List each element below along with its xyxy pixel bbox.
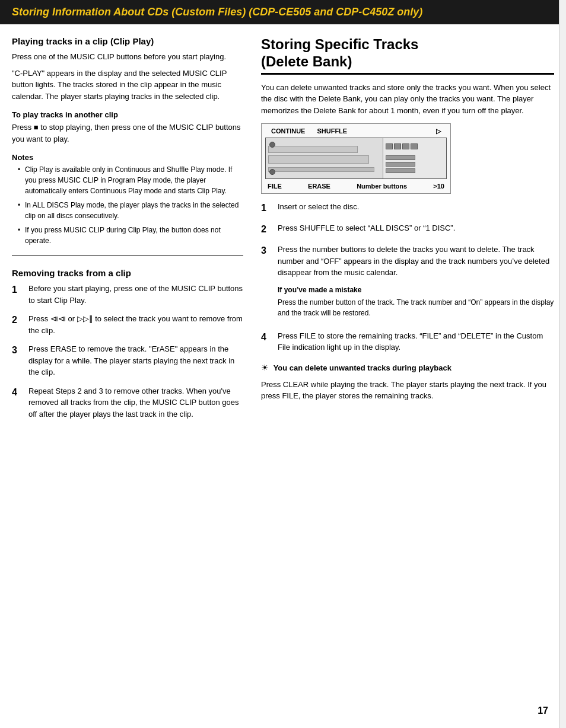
if-mistake-box: If you’ve made a mistake Press the numbe… — [278, 285, 554, 318]
cd-circle-indicator — [269, 142, 275, 148]
cd-right-rects — [386, 155, 444, 173]
if-mistake-text: Press the number button of the track. Th… — [278, 297, 554, 318]
delete-step-3: 3 Press the number buttons to delete the… — [261, 244, 554, 323]
delete-step-1: 1 Insert or select the disc. — [261, 201, 554, 215]
delete-bank-steps: 1 Insert or select the disc. 2 Press SHU… — [261, 201, 554, 353]
tip-heading: You can delete unwanted tracks during pl… — [274, 363, 451, 372]
removing-tracks-title: Removing tracks from a clip — [12, 268, 243, 278]
diagram-bottom-labels: FILE ERASE Number buttons >10 — [265, 183, 447, 190]
cd-btn-3 — [402, 143, 409, 149]
label-erase: ERASE — [308, 183, 330, 190]
removing-steps-list: 1 Before you start playing, press one of… — [12, 283, 243, 420]
delete-bank-intro: You can delete unwanted tracks and store… — [261, 82, 554, 117]
cd-player-diagram: CONTINUE SHUFFLE ▷ — [261, 123, 451, 194]
cd-display-row1 — [268, 146, 358, 153]
note-item-3: If you press MUSIC CLIP during Clip Play… — [18, 225, 243, 246]
label-file: FILE — [268, 183, 282, 190]
diagram-top-labels: CONTINUE SHUFFLE ▷ — [265, 127, 447, 135]
cd-display-body — [265, 138, 447, 179]
delete-step-2: 2 Press SHUFFLE to select “ALL DISCS” or… — [261, 222, 554, 237]
label-continue: CONTINUE — [271, 127, 305, 135]
page-title: Storing Information About CDs (Custom Fi… — [12, 6, 422, 18]
page-header: Storing Information About CDs (Custom Fi… — [0, 0, 566, 24]
cd-display-left — [266, 138, 383, 178]
if-mistake-heading: If you’ve made a mistake — [278, 285, 554, 295]
cd-rect-2 — [386, 162, 415, 167]
label-play-arrow: ▷ — [436, 127, 441, 135]
remove-step-3: 3 Press ERASE to remove the track. "ErAS… — [12, 343, 243, 378]
cd-circle-indicator2 — [269, 169, 275, 175]
tip-text: Press CLEAR while playing the track. The… — [261, 379, 554, 402]
label-gt10: >10 — [433, 183, 444, 190]
play-another-clip-heading: To play tracks in another clip — [12, 110, 243, 119]
clip-play-intro: Press one of the MUSIC CLIP buttons befo… — [12, 51, 243, 63]
clip-play-title: Playing tracks in a clip (Clip Play) — [12, 36, 243, 46]
remove-step-2: 2 Press ⧏⧏ or ▷▷‖ to select the track yo… — [12, 313, 243, 336]
cd-display-row2 — [268, 155, 369, 164]
notes-list: Clip Play is available only in Continuou… — [12, 164, 243, 246]
cd-btn-4 — [411, 143, 418, 149]
cd-bottom-dots — [268, 167, 374, 172]
cd-rect-1 — [386, 155, 415, 160]
cd-display-right — [383, 138, 446, 178]
clip-play-p2: "C-PLAY" appears in the display and the … — [12, 68, 243, 103]
play-another-clip-text: Press ■ to stop playing, then press one … — [12, 122, 243, 145]
label-number-buttons: Number buttons — [357, 183, 407, 190]
note-item-2: In ALL DISCS Play mode, the player plays… — [18, 200, 243, 221]
left-column: Playing tracks in a clip (Clip Play) Pre… — [12, 36, 243, 427]
delete-bank-title: Storing Specific Tracks (Delete Bank) — [261, 36, 554, 75]
note-item-1: Clip Play is available only in Continuou… — [18, 164, 243, 196]
divider — [12, 256, 243, 256]
cd-btn-1 — [386, 143, 393, 149]
main-content: Playing tracks in a clip (Clip Play) Pre… — [0, 24, 566, 439]
tip-box: ☀ You can delete unwanted tracks during … — [261, 362, 554, 402]
tip-sun-icon: ☀ — [261, 362, 269, 374]
delete-step-4: 4 Press FILE to store the remaining trac… — [261, 330, 554, 353]
label-shuffle: SHUFFLE — [317, 127, 347, 135]
right-column: Storing Specific Tracks (Delete Bank) Yo… — [261, 36, 554, 427]
page-number: 17 — [538, 705, 548, 716]
cd-btn-2 — [394, 143, 401, 149]
remove-step-1: 1 Before you start playing, press one of… — [12, 283, 243, 306]
notes-heading: Notes — [12, 153, 243, 162]
right-border-decoration — [559, 0, 566, 728]
cd-rect-3 — [386, 168, 415, 173]
remove-step-4: 4 Repeat Steps 2 and 3 to remove other t… — [12, 385, 243, 420]
cd-right-buttons-row1 — [386, 143, 444, 149]
